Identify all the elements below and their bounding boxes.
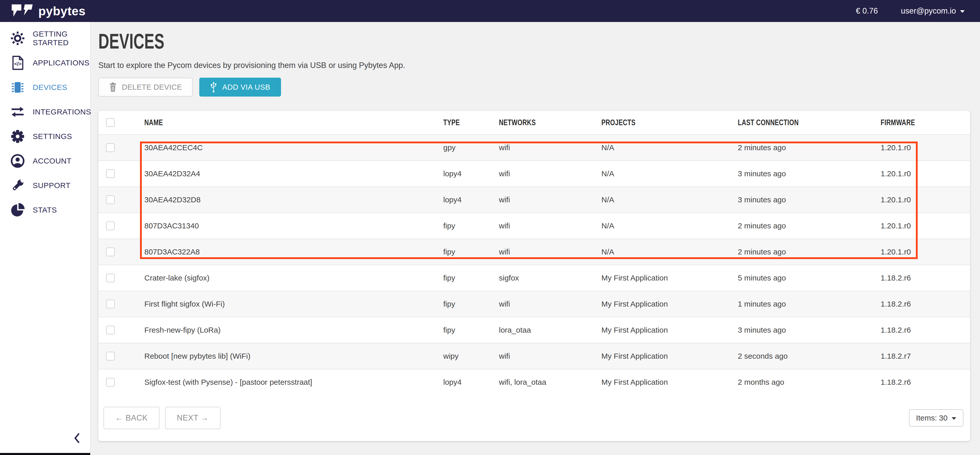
device-type: lopy4 — [443, 378, 499, 387]
table-row[interactable]: 30AEA42D32A4 lopy4 wifi N/A 3 minutes ag… — [99, 161, 970, 186]
sidebar-item-support[interactable]: SUPPORT — [0, 173, 90, 198]
pagination-bar: ← BACK NEXT → Items: 30 — [99, 395, 970, 441]
sidebar-item-label: STATS — [33, 206, 57, 214]
sidebar-item-settings[interactable]: SETTINGS — [0, 124, 90, 149]
pie-chart-icon — [10, 203, 25, 217]
items-per-page-label: Items: 30 — [916, 414, 948, 422]
items-per-page-dropdown[interactable]: Items: 30 — [909, 409, 963, 426]
device-name: Reboot [new pybytes lib] (WiFi) — [144, 352, 443, 361]
device-name: Sigfox-test (with Pysense) - [pastoor pe… — [144, 378, 443, 387]
device-type: gpy — [443, 143, 499, 152]
actions-toolbar: DELETE DEVICE ADD VIA USB — [99, 78, 980, 97]
device-last-connection: 2 minutes ago — [738, 221, 881, 230]
device-networks: lora_otaa — [499, 326, 601, 334]
column-header-name: NAME — [144, 118, 443, 127]
device-name: 807D3AC31340 — [144, 221, 443, 230]
device-type: lopy4 — [443, 196, 499, 204]
row-checkbox[interactable] — [106, 143, 115, 152]
table-row[interactable]: 30AEA42D32D8 lopy4 wifi N/A 3 minutes ag… — [99, 186, 970, 213]
delete-device-label: DELETE DEVICE — [122, 83, 182, 91]
device-type: fipy — [443, 300, 499, 309]
wrench-icon — [10, 178, 25, 193]
device-networks: wifi, lora_otaa — [499, 378, 601, 387]
table-row[interactable]: Fresh-new-fipy (LoRa) fipy lora_otaa My … — [99, 317, 970, 343]
device-last-connection: 3 minutes ago — [738, 326, 881, 334]
device-firmware: 1.20.1.r0 — [881, 143, 970, 152]
caret-down-icon — [951, 417, 956, 420]
device-networks: wifi — [499, 221, 601, 230]
row-checkbox[interactable] — [106, 378, 115, 387]
select-all-checkbox[interactable] — [106, 118, 115, 127]
add-via-usb-button[interactable]: ADD VIA USB — [199, 78, 281, 97]
topbar: pybytes € 0.76 user@pycom.io — [0, 0, 980, 22]
sidebar-item-applications[interactable]: </> APPLICATIONS — [0, 51, 90, 75]
device-last-connection: 3 minutes ago — [738, 169, 881, 178]
next-button[interactable]: NEXT → — [165, 407, 221, 429]
device-name: Fresh-new-fipy (LoRa) — [144, 326, 443, 334]
user-menu[interactable]: user@pycom.io — [901, 6, 965, 16]
device-firmware: 1.18.2.r6 — [881, 300, 970, 309]
device-name: 30AEA42D32D8 — [144, 196, 443, 204]
row-checkbox[interactable] — [106, 248, 115, 256]
table-row[interactable]: 30AEA42CEC4C gpy wifi N/A 2 minutes ago … — [99, 134, 970, 161]
page-subtitle: Start to explore the Pycom devices by pr… — [99, 61, 980, 70]
page-title: DEVICES — [99, 30, 164, 52]
device-networks: wifi — [499, 300, 601, 309]
device-projects: N/A — [601, 248, 738, 256]
table-body: 30AEA42CEC4C gpy wifi N/A 2 minutes ago … — [99, 134, 970, 395]
back-button[interactable]: ← BACK — [103, 407, 159, 429]
logo-text: pybytes — [38, 4, 86, 18]
device-last-connection: 5 minutes ago — [738, 274, 881, 282]
device-projects: My First Application — [601, 274, 738, 282]
device-projects: My First Application — [601, 378, 738, 387]
device-last-connection: 2 minutes ago — [738, 248, 881, 256]
column-header-projects: PROJECTS — [601, 118, 738, 127]
device-projects: My First Application — [601, 300, 738, 309]
gear-icon — [10, 129, 25, 144]
row-checkbox[interactable] — [106, 169, 115, 178]
table-row[interactable]: Sigfox-test (with Pysense) - [pastoor pe… — [99, 369, 970, 395]
row-checkbox[interactable] — [106, 300, 115, 309]
sidebar-item-label: APPLICATIONS — [33, 59, 89, 67]
device-networks: wifi — [499, 352, 601, 361]
device-firmware: 1.18.2.r6 — [881, 274, 970, 282]
sidebar-collapse-button[interactable] — [72, 433, 81, 445]
device-projects: N/A — [601, 143, 738, 152]
row-checkbox[interactable] — [106, 196, 115, 204]
device-projects: N/A — [601, 221, 738, 230]
trash-icon — [109, 83, 117, 92]
table-row[interactable]: 807D3AC322A8 fipy wifi N/A 2 minutes ago… — [99, 239, 970, 265]
device-networks: wifi — [499, 248, 601, 256]
sidebar-item-devices[interactable]: DEVICES — [0, 75, 90, 100]
row-checkbox[interactable] — [106, 352, 115, 361]
device-networks: sigfox — [499, 274, 601, 282]
chevron-left-icon — [72, 433, 81, 444]
device-firmware: 1.20.1.r0 — [881, 169, 970, 178]
device-last-connection: 2 minutes ago — [738, 143, 881, 152]
table-row[interactable]: Reboot [new pybytes lib] (WiFi) wipy wif… — [99, 343, 970, 369]
device-networks: wifi — [499, 143, 601, 152]
device-name: 30AEA42D32A4 — [144, 169, 443, 178]
device-firmware: 1.18.2.r7 — [881, 352, 970, 361]
row-checkbox[interactable] — [106, 274, 115, 282]
device-last-connection: 2 seconds ago — [738, 352, 881, 361]
sidebar-item-label: DEVICES — [33, 83, 67, 92]
device-firmware: 1.20.1.r0 — [881, 248, 970, 256]
table-row[interactable]: 807D3AC31340 fipy wifi N/A 2 minutes ago… — [99, 213, 970, 239]
main-content: DEVICES Start to explore the Pycom devic… — [91, 22, 980, 455]
sidebar-item-integrations[interactable]: INTEGRATIONS — [0, 100, 90, 124]
sidebar-item-label: SETTINGS — [33, 132, 72, 141]
delete-device-button[interactable]: DELETE DEVICE — [99, 78, 192, 97]
device-name: 30AEA42CEC4C — [144, 143, 443, 152]
sidebar-item-account[interactable]: ACCOUNT — [0, 149, 90, 173]
row-checkbox[interactable] — [106, 221, 115, 230]
row-checkbox[interactable] — [106, 326, 115, 334]
sidebar-item-stats[interactable]: STATS — [0, 198, 90, 222]
table-row[interactable]: Crater-lake (sigfox) fipy sigfox My Firs… — [99, 265, 970, 291]
device-type: lopy4 — [443, 169, 499, 178]
account-balance: € 0.76 — [856, 6, 878, 16]
sidebar-item-getting-started[interactable]: GETTING STARTED — [0, 26, 90, 51]
sidebar-item-label: ACCOUNT — [33, 157, 72, 165]
table-row[interactable]: First flight sigfox (Wi-Fi) fipy wifi My… — [99, 291, 970, 317]
arrows-swap-icon — [10, 105, 25, 119]
